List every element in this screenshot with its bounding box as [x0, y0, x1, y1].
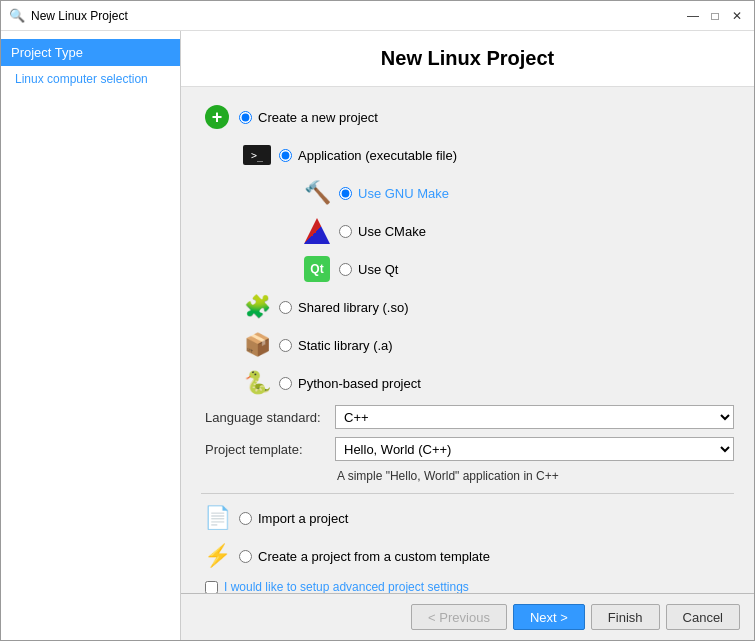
form-area: + Create a new project >_ [181, 87, 754, 593]
green-plus-icon: + [205, 105, 229, 129]
puzzle-icon-wrap: 🧩 [241, 291, 273, 323]
sidebar-project-type-label: Project Type [11, 45, 83, 60]
sidebar-item-linux-computer[interactable]: Linux computer selection [1, 66, 180, 92]
shared-library-row: 🧩 Shared library (.so) [241, 291, 734, 323]
divider [201, 493, 734, 494]
custom-template-row: ⚡ Create a project from a custom templat… [201, 540, 734, 572]
advanced-checkbox[interactable] [205, 581, 218, 594]
cmake-row: Use CMake [301, 215, 734, 247]
python-text: Python-based project [298, 376, 421, 391]
app-icon: 🔍 [9, 8, 25, 24]
gnu-make-label[interactable]: Use GNU Make [339, 186, 449, 201]
python-row: 🐍 Python-based project [241, 367, 734, 399]
application-row: >_ Application (executable file) [241, 139, 734, 171]
shared-library-radio[interactable] [279, 301, 292, 314]
python-icon: 🐍 [244, 370, 271, 396]
create-new-project-text: Create a new project [258, 110, 378, 125]
application-sub-options: 🔨 Use GNU Make [301, 177, 734, 285]
create-new-project-row: + Create a new project [201, 101, 734, 133]
box-icon: 📦 [244, 332, 271, 358]
box-icon-wrap: 📦 [241, 329, 273, 361]
page-title: New Linux Project [197, 47, 738, 70]
sidebar-item-project-type[interactable]: Project Type [1, 39, 180, 66]
header: New Linux Project [181, 31, 754, 87]
terminal-icon: >_ [243, 145, 271, 165]
qt-text: Use Qt [358, 262, 398, 277]
python-label[interactable]: Python-based project [279, 376, 421, 391]
custom-template-label[interactable]: Create a project from a custom template [239, 549, 490, 564]
static-library-row: 📦 Static library (.a) [241, 329, 734, 361]
cmake-label[interactable]: Use CMake [339, 224, 426, 239]
language-standard-select[interactable]: C++ C Fortran [335, 405, 734, 429]
shared-library-label[interactable]: Shared library (.so) [279, 300, 409, 315]
finish-button[interactable]: Finish [591, 604, 660, 630]
create-new-project-label[interactable]: Create a new project [239, 110, 378, 125]
application-text: Application (executable file) [298, 148, 457, 163]
qt-label[interactable]: Use Qt [339, 262, 398, 277]
application-label[interactable]: Application (executable file) [279, 148, 457, 163]
static-library-label[interactable]: Static library (.a) [279, 338, 393, 353]
project-template-select[interactable]: Hello, World (C++) Empty project [335, 437, 734, 461]
static-library-radio[interactable] [279, 339, 292, 352]
advanced-checkbox-row: I would like to setup advanced project s… [205, 580, 734, 593]
terminal-icon-wrap: >_ [241, 139, 273, 171]
qt-icon-wrap: Qt [301, 253, 333, 285]
previous-button[interactable]: < Previous [411, 604, 507, 630]
hint-text: A simple "Hello, World" application in C… [337, 469, 734, 483]
lightning-icon-wrap: ⚡ [201, 540, 233, 572]
import-icon-wrap: 📄 [201, 502, 233, 534]
window-controls: — □ ✕ [684, 7, 746, 25]
custom-template-text: Create a project from a custom template [258, 549, 490, 564]
import-project-text: Import a project [258, 511, 348, 526]
minimize-button[interactable]: — [684, 7, 702, 25]
import-project-label[interactable]: Import a project [239, 511, 348, 526]
gnu-make-text: Use GNU Make [358, 186, 449, 201]
puzzle-icon: 🧩 [244, 294, 271, 320]
main-content: Project Type Linux computer selection Ne… [1, 31, 754, 640]
shared-library-text: Shared library (.so) [298, 300, 409, 315]
import-project-row: 📄 Import a project [201, 502, 734, 534]
python-icon-wrap: 🐍 [241, 367, 273, 399]
language-standard-label: Language standard: [205, 410, 335, 425]
import-project-radio[interactable] [239, 512, 252, 525]
qt-row: Qt Use Qt [301, 253, 734, 285]
content-area: New Linux Project + Create a new project [181, 31, 754, 640]
title-bar: 🔍 New Linux Project — □ ✕ [1, 1, 754, 31]
project-template-label: Project template: [205, 442, 335, 457]
lightning-icon: ⚡ [204, 543, 231, 569]
application-radio[interactable] [279, 149, 292, 162]
project-template-field: Project template: Hello, World (C++) Emp… [205, 437, 734, 461]
qt-icon: Qt [304, 256, 330, 282]
hammer-icon-wrap: 🔨 [301, 177, 333, 209]
window-title: New Linux Project [31, 9, 684, 23]
hammer-icon: 🔨 [304, 180, 331, 206]
gnu-make-row: 🔨 Use GNU Make [301, 177, 734, 209]
cmake-radio[interactable] [339, 225, 352, 238]
create-new-project-radio[interactable] [239, 111, 252, 124]
maximize-button[interactable]: □ [706, 7, 724, 25]
sidebar: Project Type Linux computer selection [1, 31, 181, 640]
python-radio[interactable] [279, 377, 292, 390]
static-library-text: Static library (.a) [298, 338, 393, 353]
footer: < Previous Next > Finish Cancel [181, 593, 754, 640]
window: 🔍 New Linux Project — □ ✕ Project Type L… [0, 0, 755, 641]
language-standard-field: Language standard: C++ C Fortran [205, 405, 734, 429]
cmake-icon [304, 218, 330, 244]
next-button[interactable]: Next > [513, 604, 585, 630]
create-new-icon: + [201, 101, 233, 133]
advanced-checkbox-label[interactable]: I would like to setup advanced project s… [224, 580, 469, 593]
cmake-text: Use CMake [358, 224, 426, 239]
qt-radio[interactable] [339, 263, 352, 276]
gnu-make-radio[interactable] [339, 187, 352, 200]
create-new-sub-options: >_ Application (executable file) 🔨 [241, 139, 734, 399]
import-icon: 📄 [204, 505, 231, 531]
cancel-button[interactable]: Cancel [666, 604, 740, 630]
cmake-icon-wrap [301, 215, 333, 247]
sidebar-linux-computer-label: Linux computer selection [15, 72, 148, 86]
close-button[interactable]: ✕ [728, 7, 746, 25]
custom-template-radio[interactable] [239, 550, 252, 563]
